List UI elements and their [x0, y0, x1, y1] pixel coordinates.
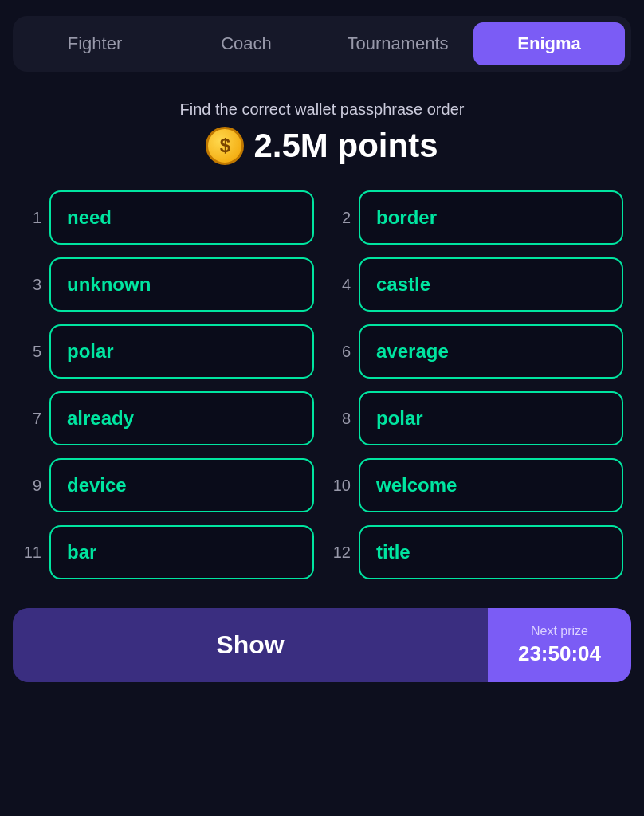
word-row-6: 6average	[330, 324, 623, 379]
tab-bar: Fighter Coach Tournaments Enigma	[13, 16, 631, 72]
word-number-3: 3	[21, 276, 41, 294]
countdown-timer: 23:50:04	[518, 641, 601, 666]
tab-tournaments[interactable]: Tournaments	[322, 22, 473, 65]
word-box-3[interactable]: unknown	[49, 257, 314, 312]
word-box-7[interactable]: already	[49, 391, 314, 445]
header-subtitle: Find the correct wallet passphrase order	[180, 100, 465, 119]
word-number-12: 12	[330, 543, 351, 562]
coin-icon: $	[206, 127, 244, 165]
word-number-4: 4	[330, 276, 351, 294]
word-number-10: 10	[330, 477, 351, 495]
word-box-2[interactable]: border	[359, 190, 623, 245]
word-row-3: 3unknown	[21, 257, 314, 312]
word-row-1: 1need	[21, 190, 314, 245]
word-row-2: 2border	[330, 190, 623, 245]
word-row-5: 5polar	[21, 324, 314, 379]
word-row-12: 12title	[330, 525, 623, 579]
next-prize-label: Next prize	[531, 624, 588, 638]
word-number-11: 11	[21, 543, 41, 562]
word-number-1: 1	[21, 209, 41, 227]
bottom-bar: Show Next prize 23:50:04	[13, 608, 631, 682]
points-label: 2.5M points	[253, 127, 438, 165]
word-row-4: 4castle	[330, 257, 623, 312]
word-number-7: 7	[21, 410, 41, 428]
word-box-5[interactable]: polar	[49, 324, 314, 379]
tab-fighter[interactable]: Fighter	[19, 22, 171, 65]
word-box-12[interactable]: title	[359, 525, 623, 579]
word-box-4[interactable]: castle	[359, 257, 623, 312]
word-row-7: 7already	[21, 391, 314, 445]
words-grid: 1need2border3unknown4castle5polar6averag…	[13, 190, 631, 579]
word-row-11: 11bar	[21, 525, 314, 579]
word-box-9[interactable]: device	[49, 458, 314, 512]
tab-enigma[interactable]: Enigma	[473, 22, 625, 65]
word-row-10: 10welcome	[330, 458, 623, 512]
word-number-2: 2	[330, 209, 351, 227]
word-number-9: 9	[21, 477, 41, 495]
header: Find the correct wallet passphrase order…	[180, 100, 465, 165]
word-box-10[interactable]: welcome	[359, 458, 623, 512]
word-box-11[interactable]: bar	[49, 525, 314, 579]
tab-coach[interactable]: Coach	[171, 22, 322, 65]
word-row-8: 8polar	[330, 391, 623, 445]
word-box-6[interactable]: average	[359, 324, 623, 379]
next-prize-panel: Next prize 23:50:04	[488, 608, 631, 682]
show-button[interactable]: Show	[13, 608, 488, 682]
word-row-9: 9device	[21, 458, 314, 512]
word-number-5: 5	[21, 343, 41, 361]
word-box-1[interactable]: need	[49, 190, 314, 245]
header-points: $ 2.5M points	[180, 127, 465, 165]
word-number-6: 6	[330, 343, 351, 361]
word-number-8: 8	[330, 410, 351, 428]
word-box-8[interactable]: polar	[359, 391, 623, 445]
